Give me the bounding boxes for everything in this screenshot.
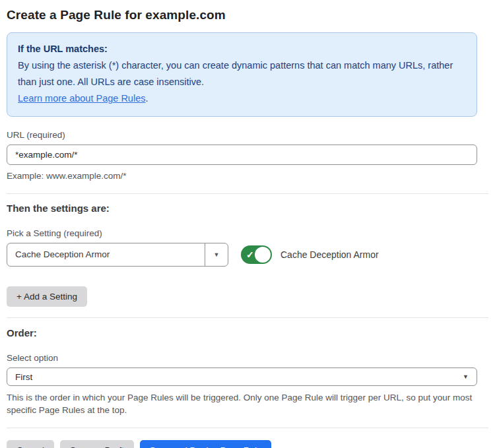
order-select-value: First — [15, 372, 32, 382]
url-input[interactable] — [7, 144, 477, 165]
url-helper-text: Example: www.example.com/* — [7, 170, 488, 182]
info-box-heading: If the URL matches: — [18, 41, 466, 57]
page-title: Create a Page Rule for example.com — [7, 8, 488, 22]
setting-select-value: Cache Deception Armor — [7, 243, 205, 266]
url-match-info-box: If the URL matches: By using the asteris… — [7, 32, 477, 117]
add-setting-button[interactable]: + Add a Setting — [7, 286, 87, 307]
check-icon: ✓ — [246, 249, 254, 260]
chevron-down-icon: ▼ — [214, 252, 220, 258]
settings-section-heading: Then the settings are: — [7, 203, 488, 214]
cache-deception-armor-toggle[interactable]: ✓ — [241, 245, 272, 264]
divider — [7, 193, 488, 194]
save-as-draft-button[interactable]: Save as Draft — [60, 440, 134, 448]
footer-actions: Cancel Save as Draft Save and Deploy Pag… — [7, 440, 488, 448]
info-box-link-line: Learn more about Page Rules. — [18, 90, 466, 107]
divider — [7, 428, 488, 428]
chevron-down-icon: ▼ — [463, 374, 469, 380]
link-suffix: . — [145, 93, 148, 104]
setting-select-arrow-button[interactable]: ▼ — [205, 243, 228, 266]
create-page-rule-form: Create a Page Rule for example.com If th… — [0, 0, 495, 448]
url-label: URL (required) — [7, 130, 488, 140]
save-and-deploy-button[interactable]: Save and Deploy Page Rule — [140, 440, 272, 448]
pick-setting-label: Pick a Setting (required) — [7, 228, 488, 238]
order-select[interactable]: First ▼ — [7, 368, 477, 386]
setting-select[interactable]: Cache Deception Armor ▼ — [7, 243, 228, 267]
info-box-body: By using the asterisk (*) character, you… — [18, 57, 466, 90]
learn-more-link[interactable]: Learn more about Page Rules — [18, 93, 145, 104]
order-select-label: Select option — [7, 353, 488, 363]
order-section-heading: Order: — [7, 327, 488, 338]
cancel-button[interactable]: Cancel — [7, 440, 54, 448]
setting-row: Cache Deception Armor ▼ ✓ Cache Deceptio… — [7, 243, 488, 267]
divider — [7, 317, 488, 318]
order-helper-text: This is the order in which your Page Rul… — [7, 391, 488, 416]
toggle-knob — [255, 247, 271, 263]
toggle-label: Cache Deception Armor — [280, 249, 379, 260]
